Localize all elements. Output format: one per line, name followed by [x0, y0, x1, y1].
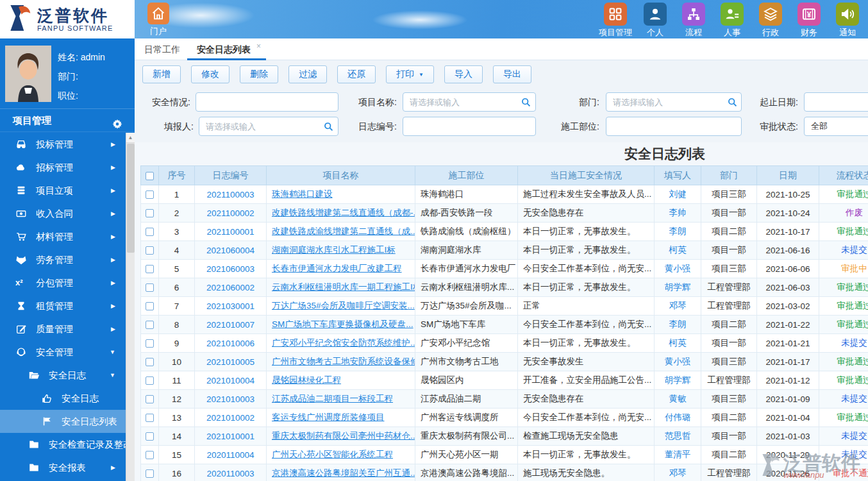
- log-no-link[interactable]: 2021010002: [195, 409, 267, 427]
- column-header[interactable]: 部门: [701, 166, 757, 185]
- log-no-input[interactable]: [403, 117, 536, 136]
- row-checkbox[interactable]: [146, 283, 154, 292]
- module-finance[interactable]: ¥财务: [794, 3, 824, 38]
- column-header[interactable]: 项目名称: [267, 166, 415, 185]
- project-link[interactable]: 湖南洞庭湖水库引水工程施工I标: [267, 241, 415, 260]
- project-link[interactable]: SM广场地下车库更换摄像机及硬盘...: [267, 316, 415, 334]
- export-button[interactable]: 导出: [493, 65, 531, 83]
- sidebar-item-safety-log[interactable]: 安全日志: [0, 387, 126, 410]
- writer-link[interactable]: 胡学辉: [655, 278, 701, 297]
- filter-button[interactable]: 过滤: [288, 65, 327, 83]
- sidebar-item-safety-reports[interactable]: 安全报表▶: [0, 456, 126, 479]
- sidebar-item-tender-management[interactable]: 招标管理▶: [0, 156, 126, 179]
- log-no-link[interactable]: 2021060004: [195, 241, 267, 260]
- project-link[interactable]: 京港澳高速公路粤境韶关至广州互通...: [267, 464, 415, 481]
- log-no-link[interactable]: 2021100003: [195, 185, 267, 204]
- sidebar-item-bid-management[interactable]: 投标管理▶: [0, 133, 126, 156]
- module-admin[interactable]: 行政: [755, 3, 786, 38]
- writer-link[interactable]: 黄小强: [655, 353, 701, 371]
- log-no-link[interactable]: 2021060003: [195, 260, 267, 278]
- sidebar-item-income-contract[interactable]: 收入合同▶: [0, 202, 126, 225]
- project-link[interactable]: 晟铭园林绿化工程: [267, 371, 415, 390]
- project-link[interactable]: 改建铁路成渝线增建第二直通线（成...: [267, 223, 415, 241]
- add-button[interactable]: 新增: [142, 65, 181, 83]
- log-no-link[interactable]: 2021010001: [195, 427, 267, 446]
- writer-link[interactable]: 邓琴: [655, 464, 701, 481]
- column-header[interactable]: 填写人: [655, 166, 701, 185]
- row-checkbox[interactable]: [146, 246, 154, 255]
- search-icon[interactable]: [521, 97, 531, 108]
- column-header[interactable]: 施工部位: [415, 166, 518, 185]
- tab-safety-log-list[interactable]: 安全日志列表 ×: [187, 38, 266, 60]
- log-no-link[interactable]: 2021010004: [195, 371, 267, 390]
- edit-button[interactable]: 修改: [191, 65, 230, 83]
- project-link[interactable]: 江苏成品油二期项目一标段工程: [267, 390, 415, 409]
- project-link[interactable]: 珠海鹤港口建设: [267, 185, 415, 204]
- row-checkbox[interactable]: [146, 209, 154, 217]
- search-icon[interactable]: [727, 97, 738, 108]
- sidebar-item-labor-management[interactable]: 劳务管理▶: [0, 248, 126, 271]
- row-checkbox[interactable]: [146, 265, 154, 273]
- writer-link[interactable]: 李帅: [655, 204, 701, 223]
- restore-button[interactable]: 还原: [337, 65, 376, 83]
- search-icon[interactable]: [323, 121, 334, 132]
- row-checkbox[interactable]: [146, 190, 154, 199]
- row-checkbox[interactable]: [146, 339, 154, 348]
- sidebar-item-safety-inspection-records[interactable]: 安全检查记录及整改: [0, 433, 126, 456]
- writer-link[interactable]: 胡学辉: [655, 371, 701, 390]
- sidebar-item-quality-management[interactable]: 质量管理▶: [0, 317, 126, 341]
- log-no-link[interactable]: 2021010003: [195, 390, 267, 409]
- writer-link[interactable]: 柯英: [655, 241, 701, 260]
- writer-link[interactable]: 李朗: [655, 223, 701, 241]
- module-personal[interactable]: 个人: [640, 3, 671, 38]
- sidebar-item-material-management[interactable]: 材料管理▶: [0, 225, 126, 248]
- module-project-management[interactable]: 项目管理: [599, 3, 632, 38]
- safety-condition-input[interactable]: [196, 92, 338, 112]
- project-link[interactable]: 重庆太极制药有限公司亳州中药材仓...: [267, 427, 415, 446]
- writer-link[interactable]: 刘健: [655, 185, 701, 204]
- row-checkbox[interactable]: [146, 228, 154, 236]
- log-no-link[interactable]: 2021010006: [195, 334, 267, 353]
- sidebar-item-project-initiation[interactable]: 项目立项▶: [0, 179, 126, 202]
- location-input[interactable]: [606, 117, 742, 136]
- log-no-link[interactable]: 2021030001: [195, 297, 267, 316]
- project-link[interactable]: 广安邓小平纪念馆安全防范系统维护...: [267, 334, 415, 353]
- select-all-checkbox[interactable]: [146, 172, 154, 180]
- approval-status-select[interactable]: [804, 117, 868, 136]
- sidebar-scrollbar[interactable]: ▲: [126, 133, 135, 481]
- sidebar-item-safety-log-group[interactable]: 安全日志▼: [0, 364, 126, 387]
- delete-button[interactable]: 删除: [240, 65, 278, 83]
- scroll-up-icon[interactable]: ▲: [126, 133, 135, 143]
- sidebar-item-subcontract-management[interactable]: x²分包管理▶: [0, 271, 126, 294]
- writer-link[interactable]: 黄敏: [655, 390, 701, 409]
- module-hr[interactable]: 人事: [717, 3, 747, 38]
- log-no-link[interactable]: 2021100001: [195, 223, 267, 241]
- log-no-link[interactable]: 2021100002: [195, 204, 267, 223]
- writer-link[interactable]: 付伟璐: [655, 409, 701, 427]
- module-workflow[interactable]: 流程: [678, 3, 709, 38]
- row-checkbox[interactable]: [146, 414, 154, 422]
- row-checkbox[interactable]: [146, 451, 154, 459]
- log-no-link[interactable]: 2020110003: [195, 464, 267, 481]
- log-no-link[interactable]: 2021010005: [195, 353, 267, 371]
- project-link[interactable]: 客运专线广州调度所装修项目: [267, 409, 415, 427]
- portal-button[interactable]: 门户: [142, 3, 174, 37]
- row-checkbox[interactable]: [146, 358, 154, 366]
- writer-link[interactable]: 黄小强: [655, 260, 701, 278]
- project-link[interactable]: 改建铁路线增建第二线直通线（成都-...: [267, 204, 415, 223]
- row-checkbox[interactable]: [146, 469, 154, 478]
- import-button[interactable]: 导入: [444, 65, 483, 83]
- column-header[interactable]: 序号: [159, 166, 195, 185]
- project-link[interactable]: 云南水利枢纽潜明水库一期工程施工I标: [267, 278, 415, 297]
- date-range-input[interactable]: [804, 92, 868, 112]
- writer-link[interactable]: 邓琴: [655, 297, 701, 316]
- log-no-link[interactable]: 2020110004: [195, 446, 267, 464]
- column-header[interactable]: 流程状态: [819, 166, 868, 185]
- project-link[interactable]: 万达广场35#会所及咖啡厅空调安装...: [267, 297, 415, 316]
- project-link[interactable]: 长春市伊通河水力发电厂改建工程: [267, 260, 415, 278]
- row-checkbox[interactable]: [146, 395, 154, 403]
- row-checkbox[interactable]: [146, 302, 154, 310]
- column-header[interactable]: 日期: [757, 166, 819, 185]
- project-link[interactable]: 广州天心苑小区智能化系统工程: [267, 446, 415, 464]
- row-checkbox[interactable]: [146, 432, 154, 441]
